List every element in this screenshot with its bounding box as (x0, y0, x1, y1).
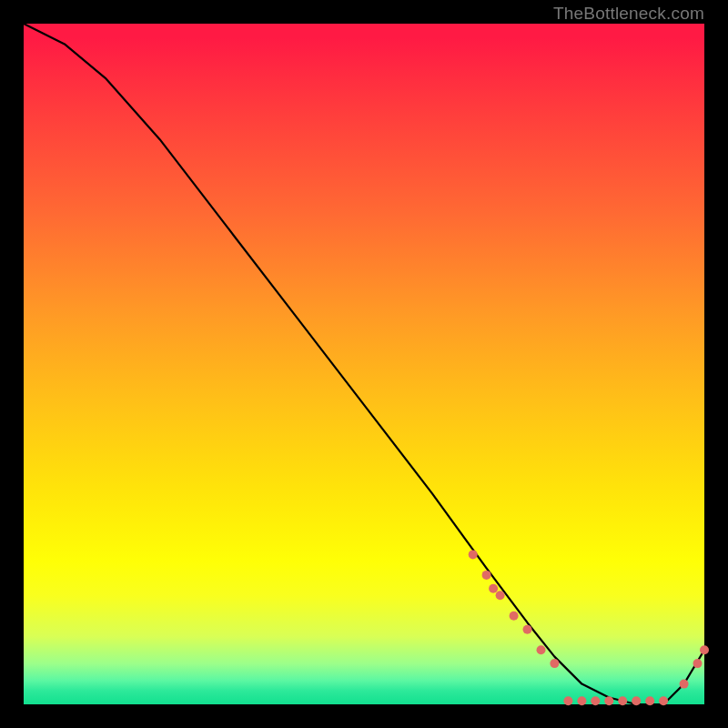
data-point (550, 659, 559, 668)
data-point (591, 696, 600, 705)
data-point (618, 696, 627, 705)
chart-plot-area (24, 24, 704, 704)
chart-svg (24, 24, 704, 704)
data-point (680, 680, 689, 689)
data-point (700, 645, 709, 654)
data-point (510, 612, 519, 621)
data-point (604, 696, 613, 705)
data-point (693, 659, 703, 668)
data-point (659, 696, 668, 705)
data-point (577, 696, 586, 705)
bottleneck-curve (24, 24, 704, 704)
marker-layer (469, 550, 709, 705)
data-point (563, 696, 572, 705)
data-point (496, 591, 505, 600)
chart-frame: TheBottleneck.com (0, 0, 728, 728)
data-point (482, 571, 491, 580)
data-point (469, 550, 478, 559)
data-point (489, 584, 498, 593)
watermark-text: TheBottleneck.com (553, 4, 704, 24)
data-point (523, 625, 532, 634)
data-point (645, 696, 654, 705)
data-point (537, 645, 546, 654)
data-point (632, 696, 641, 705)
